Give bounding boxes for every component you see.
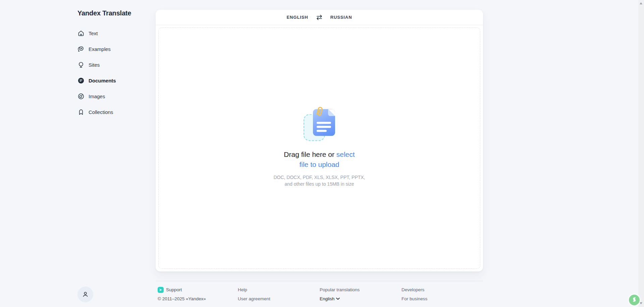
sidebar-item-label: Documents	[89, 78, 116, 83]
sidebar-nav: Text Examples Sites Doc	[77, 29, 116, 116]
document-chip-icon	[77, 77, 84, 84]
language-bar: ENGLISH RUSSIAN	[156, 10, 483, 25]
developers-link[interactable]: Developers	[401, 287, 424, 292]
popular-translations-link[interactable]: Popular translations	[320, 287, 360, 292]
home-icon	[77, 30, 84, 37]
user-avatar-button[interactable]	[77, 287, 93, 302]
support-link[interactable]: Support	[166, 287, 182, 292]
hint-size: and other files up to 15MB in size	[273, 181, 365, 187]
help-link[interactable]: Help	[238, 287, 247, 292]
sidebar-item-examples[interactable]: Examples	[77, 45, 116, 53]
sidebar-item-documents[interactable]: Documents	[77, 77, 116, 84]
site-balloon-icon	[77, 61, 84, 68]
file-dropzone[interactable]: Drag file here or select file to upload …	[158, 27, 480, 269]
footer-divider	[156, 281, 483, 281]
dropzone-content: Drag file here or select file to upload …	[159, 109, 480, 187]
vertical-scrollbar[interactable]	[638, 0, 644, 307]
swap-languages-button[interactable]	[316, 15, 323, 20]
chevron-down-icon	[336, 298, 340, 300]
app-logo[interactable]: Yandex Translate	[77, 9, 131, 17]
hint-formats: DOC, DOCX, PDF, XLS, XLSX, PPT, PPTX,	[273, 174, 365, 181]
ui-language-selector[interactable]: English	[320, 296, 340, 301]
document-upload-icon	[304, 109, 335, 141]
for-business-link[interactable]: For business	[401, 296, 427, 301]
dropzone-hint: DOC, DOCX, PDF, XLS, XLSX, PPT, PPTX, an…	[273, 174, 365, 187]
sidebar-item-label: Examples	[89, 46, 111, 52]
ui-language-value: English	[320, 296, 334, 301]
sidebar-item-sites[interactable]: Sites	[77, 61, 116, 68]
footer-col-help: Help User agreement	[238, 287, 270, 302]
scroll-up-arrow-icon[interactable]	[640, 2, 642, 4]
sidebar-item-label: Text	[89, 30, 98, 36]
sidebar-item-text[interactable]: Text	[77, 29, 116, 37]
assistant-widget-button[interactable]	[629, 295, 640, 305]
bookmark-icon	[77, 109, 84, 115]
sidebar-item-label: Collections	[89, 109, 113, 115]
assistant-swirl-icon	[631, 296, 638, 304]
source-language-button[interactable]: ENGLISH	[287, 15, 308, 20]
document-translate-panel: ENGLISH RUSSIAN	[156, 10, 483, 271]
swap-arrows-icon	[316, 15, 323, 20]
footer-col-support: Support © 2011–2025 «Yandex»	[158, 287, 206, 302]
sidebar-item-label: Images	[89, 94, 105, 99]
dropzone-title: Drag file here or select file to upload	[279, 149, 360, 170]
lens-icon	[77, 93, 84, 100]
user-agreement-link[interactable]: User agreement	[238, 296, 270, 301]
footer-col-translations: Popular translations English	[320, 287, 360, 302]
footer-col-developers: Developers For business	[401, 287, 427, 302]
scroll-down-arrow-icon[interactable]	[640, 302, 642, 304]
person-icon	[82, 291, 89, 298]
sidebar-item-images[interactable]: Images	[77, 93, 116, 100]
target-language-button[interactable]: RUSSIAN	[330, 15, 352, 20]
sidebar-item-collections[interactable]: Collections	[77, 108, 116, 116]
sidebar-item-label: Sites	[89, 62, 100, 68]
copyright-text: © 2011–2025 «Yandex»	[158, 296, 206, 301]
drag-text: Drag file here or	[284, 150, 336, 158]
paperclip-icon	[315, 106, 324, 118]
messenger-icon	[158, 287, 164, 293]
chat-bubbles-icon	[77, 46, 84, 52]
